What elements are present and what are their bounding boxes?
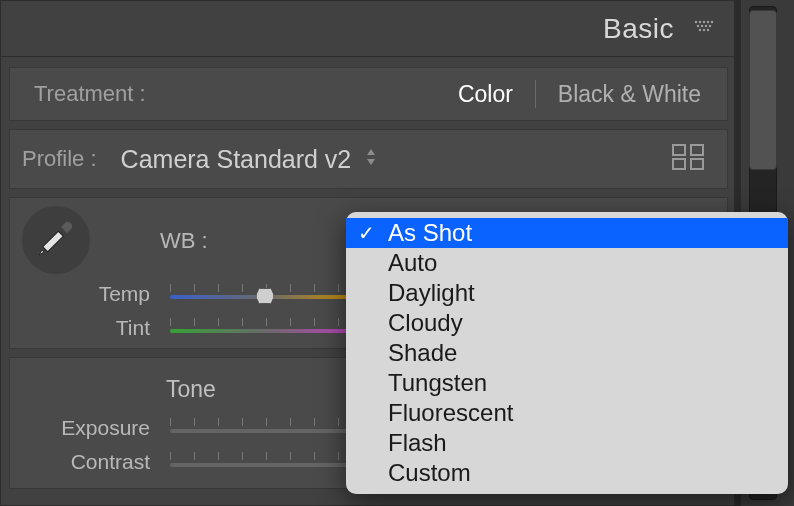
svg-point-11 — [707, 28, 709, 30]
treatment-color[interactable]: Color — [458, 81, 513, 108]
profile-section: Profile : Camera Standard v2 — [9, 129, 728, 189]
treatment-label: Treatment : — [34, 81, 146, 107]
profile-label: Profile : — [22, 146, 97, 172]
svg-rect-12 — [673, 145, 685, 155]
svg-point-8 — [709, 24, 711, 26]
svg-point-10 — [703, 28, 705, 30]
dropdown-item-fluorescent[interactable]: Fluorescent — [346, 398, 788, 428]
scroll-thumb[interactable] — [749, 10, 777, 170]
temp-knob[interactable] — [256, 288, 274, 304]
dropdown-item-tungsten[interactable]: Tungsten — [346, 368, 788, 398]
eyedropper-icon — [34, 216, 78, 264]
panel-title: Basic — [603, 13, 674, 45]
profile-value[interactable]: Camera Standard v2 — [121, 145, 352, 174]
treatment-section: Treatment : Color Black & White — [9, 67, 728, 121]
dropdown-item-flash[interactable]: Flash — [346, 428, 788, 458]
svg-point-5 — [697, 24, 699, 26]
temp-label: Temp — [20, 282, 170, 306]
contrast-label: Contrast — [20, 450, 170, 474]
white-balance-picker[interactable] — [22, 206, 90, 274]
dropdown-item-as-shot[interactable]: ✓ As Shot — [346, 218, 788, 248]
exposure-label: Exposure — [20, 416, 170, 440]
treatment-bw[interactable]: Black & White — [558, 81, 701, 108]
exposure-slider-row: Exposure — [20, 416, 170, 440]
svg-point-3 — [707, 20, 709, 22]
dropdown-item-cloudy[interactable]: Cloudy — [346, 308, 788, 338]
svg-point-1 — [699, 20, 701, 22]
dropdown-item-auto[interactable]: Auto — [346, 248, 788, 278]
dropdown-item-shade[interactable]: Shade — [346, 338, 788, 368]
wb-preset-dropdown[interactable]: ✓ As Shot Auto Daylight Cloudy Shade Tun… — [346, 212, 788, 494]
svg-rect-16 — [43, 231, 64, 252]
profile-stepper-icon[interactable] — [365, 147, 377, 171]
svg-point-0 — [695, 20, 697, 22]
tone-label: Tone — [166, 376, 216, 403]
tint-slider-row: Tint — [20, 316, 170, 340]
svg-point-7 — [705, 24, 707, 26]
svg-point-4 — [711, 20, 713, 22]
temp-slider-row: Temp — [20, 282, 170, 306]
profile-browser-icon[interactable] — [671, 143, 705, 175]
tint-label: Tint — [20, 316, 170, 340]
svg-rect-14 — [673, 159, 685, 169]
dropdown-item-custom[interactable]: Custom — [346, 458, 788, 488]
svg-rect-13 — [691, 145, 703, 155]
check-icon: ✓ — [358, 221, 382, 245]
svg-point-2 — [703, 20, 705, 22]
dropdown-item-daylight[interactable]: Daylight — [346, 278, 788, 308]
divider — [535, 80, 536, 108]
svg-point-9 — [699, 28, 701, 30]
panel-header[interactable]: Basic — [1, 1, 736, 57]
contrast-slider-row: Contrast — [20, 450, 170, 474]
svg-rect-15 — [691, 159, 703, 169]
svg-point-6 — [701, 24, 703, 26]
wb-label: WB : — [160, 228, 208, 254]
disclosure-icon[interactable] — [694, 20, 714, 38]
